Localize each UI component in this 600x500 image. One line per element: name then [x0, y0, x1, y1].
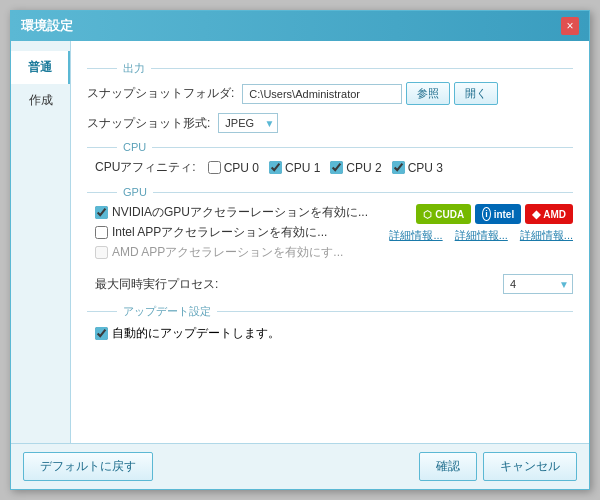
- browse-button[interactable]: 参照: [406, 82, 450, 105]
- output-section-header: 出力: [87, 61, 573, 76]
- detail-link-intel[interactable]: 詳細情報...: [455, 228, 508, 243]
- cpu-1-item: CPU 1: [269, 161, 320, 175]
- gpu-section-title: GPU: [123, 186, 147, 198]
- cuda-label: CUDA: [435, 209, 464, 220]
- max-process-select[interactable]: 1 2 3 4 8: [503, 274, 573, 294]
- cuda-badge: ⬡ CUDA: [416, 204, 471, 224]
- amd-label: AMD: [543, 209, 566, 220]
- detail-links: 詳細情報... 詳細情報... 詳細情報...: [389, 228, 573, 243]
- dialog-title: 環境設定: [21, 17, 73, 35]
- cpu-section-title: CPU: [123, 141, 146, 153]
- gpu-badges-col: ⬡ CUDA i intel ◆ AMD 詳細情報...: [389, 204, 573, 264]
- sidebar: 普通 作成: [11, 41, 71, 443]
- cpu-0-checkbox[interactable]: [208, 161, 221, 174]
- cpu-3-item: CPU 3: [392, 161, 443, 175]
- sidebar-item-create[interactable]: 作成: [11, 84, 70, 117]
- close-button[interactable]: ×: [561, 17, 579, 35]
- gpu-amd-label: AMD APPアクセラレーションを有効にす...: [112, 244, 343, 261]
- cpu-section-header: CPU: [87, 141, 573, 153]
- format-select[interactable]: JPEG PNG BMP: [218, 113, 278, 133]
- detail-link-amd[interactable]: 詳細情報...: [520, 228, 573, 243]
- amd-badge: ◆ AMD: [525, 204, 573, 224]
- open-button[interactable]: 開く: [454, 82, 498, 105]
- content-area: 普通 作成 出力 スナップショットフォルダ: 参照 開く スナップショット形式:: [11, 41, 589, 443]
- format-label: スナップショット形式:: [87, 115, 218, 132]
- confirm-button[interactable]: 確認: [419, 452, 477, 481]
- cpu-3-checkbox[interactable]: [392, 161, 405, 174]
- gpu-intel-label: Intel APPアクセラレーションを有効に...: [112, 224, 327, 241]
- reset-button[interactable]: デフォルトに戻す: [23, 452, 153, 481]
- folder-label: スナップショットフォルダ:: [87, 85, 242, 102]
- gpu-section-header: GPU: [87, 186, 573, 198]
- cpu-1-checkbox[interactable]: [269, 161, 282, 174]
- gpu-checkboxes-col: NVIDIAのGPUアクセラーレーションを有効に... Intel APPアクセ…: [95, 204, 389, 264]
- update-section-header: アップデート設定: [87, 304, 573, 319]
- cpu-3-label: CPU 3: [408, 161, 443, 175]
- cpu-0-label: CPU 0: [224, 161, 259, 175]
- cpu-2-checkbox[interactable]: [330, 161, 343, 174]
- gpu-intel-row: Intel APPアクセラレーションを有効に...: [95, 224, 389, 241]
- output-section-title: 出力: [123, 61, 145, 76]
- amd-icon: ◆: [532, 208, 540, 221]
- folder-row: スナップショットフォルダ: 参照 開く: [87, 82, 573, 105]
- settings-dialog: 環境設定 × 普通 作成 出力 スナップショットフォルダ: 参照: [10, 10, 590, 490]
- cpu-2-label: CPU 2: [346, 161, 381, 175]
- cpu-2-item: CPU 2: [330, 161, 381, 175]
- intel-label: intel: [494, 209, 515, 220]
- title-bar: 環境設定 ×: [11, 11, 589, 41]
- max-process-row: 最大同時実行プロセス: 1 2 3 4 8 ▼: [95, 274, 573, 294]
- gpu-badge-row: ⬡ CUDA i intel ◆ AMD: [416, 204, 573, 224]
- detail-link-cuda[interactable]: 詳細情報...: [389, 228, 442, 243]
- intel-icon: i: [482, 207, 491, 221]
- gpu-amd-row: AMD APPアクセラレーションを有効にす...: [95, 244, 389, 261]
- gpu-nvidia-label: NVIDIAのGPUアクセラーレーションを有効に...: [112, 204, 368, 221]
- intel-badge: i intel: [475, 204, 521, 224]
- cpu-affinity-label: CPUアフィニティ:: [95, 159, 196, 176]
- format-select-wrapper: JPEG PNG BMP ▼: [218, 113, 278, 133]
- gpu-content: NVIDIAのGPUアクセラーレーションを有効に... Intel APPアクセ…: [95, 204, 573, 264]
- cpu-1-label: CPU 1: [285, 161, 320, 175]
- gpu-intel-checkbox[interactable]: [95, 226, 108, 239]
- folder-input[interactable]: [242, 84, 402, 104]
- cpu-0-item: CPU 0: [208, 161, 259, 175]
- max-process-label: 最大同時実行プロセス:: [95, 276, 503, 293]
- auto-update-checkbox[interactable]: [95, 327, 108, 340]
- gpu-amd-checkbox: [95, 246, 108, 259]
- update-section-title: アップデート設定: [123, 304, 211, 319]
- max-process-select-wrapper: 1 2 3 4 8 ▼: [503, 274, 573, 294]
- sidebar-item-general[interactable]: 普通: [11, 51, 70, 84]
- gpu-nvidia-row: NVIDIAのGPUアクセラーレーションを有効に...: [95, 204, 389, 221]
- cancel-button[interactable]: キャンセル: [483, 452, 577, 481]
- cpu-affinity-row: CPUアフィニティ: CPU 0 CPU 1 CPU 2 CPU 3: [95, 159, 573, 176]
- update-row: 自動的にアップデートします。: [95, 325, 573, 342]
- cuda-icon: ⬡: [423, 209, 432, 220]
- auto-update-label: 自動的にアップデートします。: [112, 325, 280, 342]
- gpu-nvidia-checkbox[interactable]: [95, 206, 108, 219]
- footer-right-buttons: 確認 キャンセル: [419, 452, 577, 481]
- main-panel: 出力 スナップショットフォルダ: 参照 開く スナップショット形式: JPEG …: [71, 41, 589, 443]
- footer: デフォルトに戻す 確認 キャンセル: [11, 443, 589, 489]
- format-row: スナップショット形式: JPEG PNG BMP ▼: [87, 113, 573, 133]
